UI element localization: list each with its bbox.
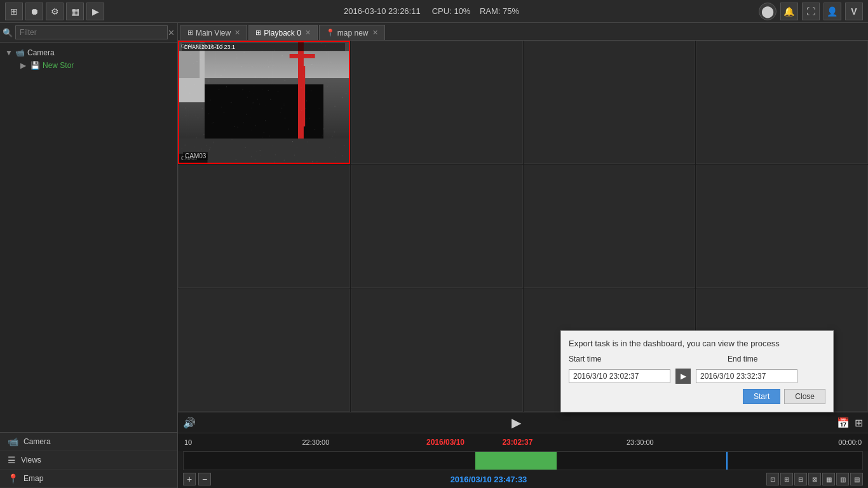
settings-icon[interactable]: ⚙ [46, 3, 64, 20]
camera-tab-icon: 📹 [8, 437, 18, 447]
datetime-text: 2016-03-10 23:26:11 [344, 6, 421, 16]
time-inputs-row: ▶ [569, 369, 825, 384]
playback-tab-icon: ⊞ [255, 29, 261, 37]
timeline-controls: 🔊 ▶ 📅 ⊞ [178, 412, 868, 433]
time-label-start: 10 [184, 438, 192, 446]
start-time-input[interactable] [569, 369, 670, 383]
tree-panel: ▼ 📹 Camera ▶ 💾 New Stor [0, 43, 177, 432]
sidebar-bottom-tabs: 📹 Camera ☰ Views 📍 Emap [0, 432, 177, 488]
view-2x2-button[interactable]: ⊞ [780, 473, 793, 485]
timeline-area: 🔊 ▶ 📅 ⊞ 10 22:30:00 2016/03/10 23:02:37 … [178, 412, 868, 488]
new-stor-label: New Stor [43, 61, 74, 70]
playback-tab-label: Playback 0 [264, 29, 301, 37]
zoom-out-button[interactable]: − [198, 473, 211, 485]
content-area: ⊞ Main View ✕ ⊞ Playback 0 ✕ 📍 map new ✕… [178, 23, 868, 488]
video-cell-4[interactable] [696, 41, 868, 164]
fullscreen-icon[interactable]: ⛶ [802, 3, 820, 20]
volume-button[interactable]: 🔊 [183, 417, 196, 429]
main-view-tab-icon: ⊞ [187, 29, 193, 37]
tab-main-view[interactable]: ⊞ Main View ✕ [180, 25, 247, 40]
topbar: ⊞ ⏺ ⚙ ▦ ▶ 2016-03-10 23:26:11 CPU: 10% R… [0, 0, 868, 23]
main-view-tab-label: Main View [196, 29, 231, 37]
cpu-text: CPU: 10% [432, 6, 471, 16]
video-cell-10[interactable] [351, 288, 523, 412]
topbar-datetime: 2016-03-10 23:26:11 CPU: 10% RAM: 75% [344, 6, 519, 16]
topbar-right: ⬤ 🔔 ⛶ 👤 V [759, 3, 863, 20]
view-tall-button[interactable]: ▤ [850, 473, 863, 485]
recording-bar-2 [496, 452, 557, 470]
main-view-close-icon[interactable]: ✕ [234, 29, 240, 37]
search-icon: 🔍 [3, 28, 13, 37]
sidebar: 🔍 ✕ ▼ 📹 Camera ▶ 💾 New Stor 📹 Camera ☰ [0, 23, 178, 488]
video-cell-7[interactable] [524, 165, 696, 288]
playback-close-icon[interactable]: ✕ [305, 29, 311, 37]
search-bar: 🔍 ✕ [0, 23, 177, 43]
camera-group-label: Camera [27, 48, 55, 57]
layout-icon[interactable]: ▦ [66, 3, 84, 20]
topbar-left: ⊞ ⏺ ⚙ ▦ ▶ [5, 3, 104, 20]
video-cell-5[interactable] [178, 165, 350, 288]
start-export-button[interactable]: Start [743, 389, 780, 404]
camera-group-icon: 📹 [15, 48, 25, 57]
time-label-2230: 22:30:00 [302, 438, 329, 446]
calendar-button[interactable]: 📅 [837, 417, 850, 429]
export-popup: Export task is in the dashboard, you can… [560, 330, 834, 412]
video-cell-2[interactable] [351, 41, 523, 164]
view-wide-button[interactable]: ▥ [836, 473, 849, 485]
close-popup-button[interactable]: Close [784, 389, 825, 404]
start-time-label: Start time [569, 355, 667, 363]
search-input[interactable] [15, 25, 168, 39]
tab-map-new[interactable]: 📍 map new ✕ [319, 25, 385, 40]
map-close-icon[interactable]: ✕ [372, 29, 378, 37]
end-time-label: End time [728, 355, 825, 363]
view-custom-button[interactable]: ▦ [822, 473, 835, 485]
sidebar-tab-camera[interactable]: 📹 Camera [0, 433, 177, 451]
sidebar-tab-emap[interactable]: 📍 Emap [0, 470, 177, 488]
map-tab-icon: 📍 [326, 29, 335, 37]
views-tab-icon: ☰ [8, 455, 16, 465]
cam03-timestamp: CHAN:2016-10 23:1 [182, 43, 345, 51]
time-sync-button[interactable]: ▶ [675, 369, 691, 384]
zoom-in-button[interactable]: + [183, 473, 196, 485]
timeline-ruler: 10 22:30:00 2016/03/10 23:02:37 23:30:00… [178, 433, 868, 451]
user-icon[interactable]: 👤 [824, 3, 841, 20]
emap-tab-label: Emap [24, 474, 43, 483]
dashboard-icon[interactable]: ⬤ [759, 3, 776, 20]
playback-icon[interactable]: ▶ [86, 3, 104, 20]
cam03-label: CAM03 [183, 152, 208, 160]
tree-new-stor[interactable]: ▶ 💾 New Stor [0, 59, 177, 72]
map-tab-label: map new [337, 29, 369, 37]
timeline-bottom: + − 2016/03/10 23:47:33 ⊡ ⊞ ⊟ ⊠ ▦ ▥ ▤ [178, 470, 868, 488]
end-time-input[interactable] [696, 369, 797, 383]
stor-icon: 💾 [31, 61, 40, 70]
clear-icon[interactable]: ✕ [168, 28, 175, 37]
version-icon[interactable]: V [845, 3, 863, 20]
video-cell-1[interactable]: CHAN:2016-10 23:1 CAM03 [178, 41, 350, 164]
bell-icon[interactable]: 🔔 [780, 3, 798, 20]
recording-bar [475, 452, 496, 470]
view-4x4-button[interactable]: ⊠ [808, 473, 821, 485]
video-cell-3[interactable] [524, 41, 696, 164]
camera-tab-label: Camera [24, 437, 51, 446]
video-cell-8[interactable] [696, 165, 868, 288]
cctv-feed-canvas [179, 42, 349, 163]
expand-icon-stor: ▶ [20, 61, 31, 70]
play-button[interactable]: ▶ [512, 415, 521, 430]
current-time-indicator [726, 452, 728, 470]
timeline-track[interactable] [183, 451, 863, 470]
expand-icon: ▼ [5, 48, 15, 57]
time-label-date: 2016/03/10 [426, 438, 465, 447]
view-3x3-button[interactable]: ⊟ [794, 473, 807, 485]
export-popup-buttons: Start Close [569, 389, 825, 404]
emap-tab-icon: 📍 [8, 473, 18, 484]
record-icon[interactable]: ⏺ [25, 3, 43, 20]
grid-view-button[interactable]: ⊞ [855, 417, 863, 429]
view-1x1-button[interactable]: ⊡ [766, 473, 779, 485]
main-layout: 🔍 ✕ ▼ 📹 Camera ▶ 💾 New Stor 📹 Camera ☰ [0, 23, 868, 488]
sidebar-tab-views[interactable]: ☰ Views [0, 451, 177, 470]
tab-playback-0[interactable]: ⊞ Playback 0 ✕ [248, 25, 318, 40]
grid-icon[interactable]: ⊞ [5, 3, 23, 20]
tree-camera-group[interactable]: ▼ 📹 Camera [0, 46, 177, 59]
video-cell-6[interactable] [351, 165, 523, 288]
video-cell-9[interactable] [178, 288, 350, 412]
